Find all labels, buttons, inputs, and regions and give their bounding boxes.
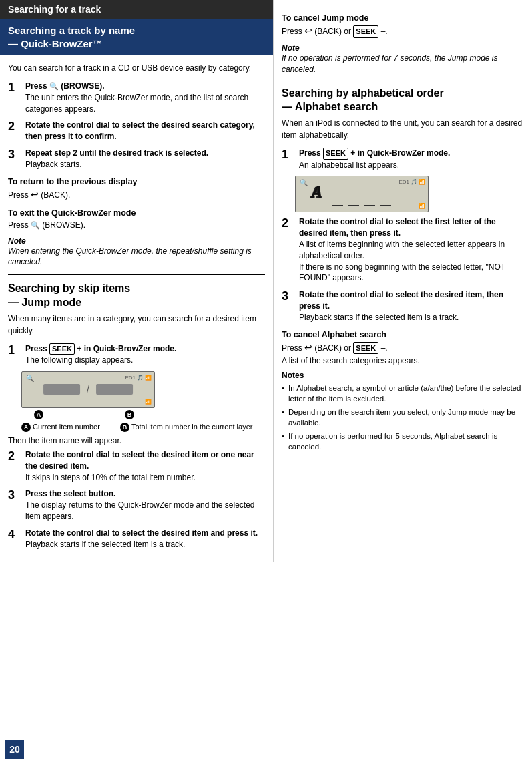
alpha-step-3: 3 Rotate the control dial to select the …: [282, 289, 524, 323]
notes-list: In Alphabet search, a symbol or article …: [282, 383, 524, 453]
return-title: To return to the previous display: [8, 177, 265, 186]
step-2: 2 Rotate the control dial to select the …: [8, 120, 265, 142]
label-a-circle: A: [34, 410, 43, 419]
sub-header: Searching a track by name— Quick-BrowZer…: [0, 19, 273, 55]
label-b-circle: B: [125, 410, 134, 419]
note-item-1: In Alphabet search, a symbol or article …: [282, 383, 524, 404]
alpha-display-bottom-right: 📶: [419, 203, 425, 209]
alpha-step-1: 1 Press SEEK + in Quick-BrowZer mode. An…: [282, 148, 524, 170]
step-1: 1 Press 🔍 (BROWSE). The unit enters the …: [8, 81, 265, 114]
seek-box-cancel: SEEK: [353, 342, 378, 355]
display-top-right: ED1🎵📶: [125, 375, 152, 381]
alpha-display: 🔍 ED1🎵📶 📶 ᴀ A: [295, 176, 429, 212]
return-body: Press ↩ (BACK).: [8, 188, 265, 202]
jump-step-2: 2 Rotate the control dial to select the …: [8, 449, 265, 483]
seek-box-right: SEEK: [353, 25, 378, 38]
jump-cancel-body: Press ↩ (BACK) or SEEK –.: [282, 24, 524, 38]
alpha-cancel-title: To cancel Alphabet search: [282, 330, 524, 339]
exit-body: Press 🔍 (BROWSE).: [8, 219, 265, 231]
note-item-2: Depending on the search item you select,…: [282, 407, 524, 428]
jump-step-1: 1 Press SEEK + in Quick-BrowZer mode. Th…: [8, 343, 265, 366]
header-title: Searching for a track: [8, 4, 101, 15]
jump-step-3: 3 Press the select button. The display r…: [8, 488, 265, 522]
display-labels: A Current item number B Total item numbe…: [21, 423, 265, 432]
alpha-notes: Notes In Alphabet search, a symbol or ar…: [282, 371, 524, 453]
label-b: B: [120, 423, 129, 432]
alpha-intro: When an iPod is connected to the unit, y…: [282, 117, 524, 141]
section2-intro: When many items are in a category, you c…: [8, 313, 265, 337]
step-3: 3 Repeat step 2 until the desired track …: [8, 148, 265, 170]
page-number: 20: [5, 740, 24, 759]
jump-display: 🔍 ED1🎵📶 📶 / A B: [21, 371, 155, 408]
alpha-step-2: 2 Rotate the control dial to select the …: [282, 216, 524, 284]
alpha-section-heading: Searching by alphabetical order— Alphabe…: [282, 87, 524, 115]
jump-cancel-title: To cancel Jump mode: [282, 13, 524, 23]
note-item-3: If no operation is performed for 5 secon…: [282, 431, 524, 452]
main-header: Searching for a track: [0, 0, 273, 19]
right-column: To cancel Jump mode Press ↩ (BACK) or SE…: [274, 0, 532, 764]
divider-1: [8, 274, 265, 275]
right-divider: [282, 81, 524, 81]
section2-heading: Searching by skip items— Jump mode: [8, 282, 265, 310]
display-search-icon: 🔍: [26, 375, 34, 382]
alpha-cancel-body: Press ↩ (BACK) or SEEK –.A list of the s…: [282, 341, 524, 367]
then-text: Then the item name will appear.: [8, 436, 265, 445]
exit-title: To exit the Quick-BrowZer mode: [8, 208, 265, 218]
intro-text: You can search for a track in a CD or US…: [8, 62, 265, 74]
label-a: A: [21, 423, 31, 432]
display-bottom-right: 📶: [145, 399, 152, 405]
alpha-display-top-right: ED1🎵📶: [398, 179, 425, 185]
jump-step-4: 4 Rotate the control dial to select the …: [8, 528, 265, 550]
seek-box: SEEK: [49, 343, 75, 355]
right-note-section: Note If no operation is performed for 7 …: [282, 43, 524, 75]
alpha-search-icon: 🔍: [300, 179, 308, 186]
sub-header-title: Searching a track by name— Quick-BrowZer…: [8, 25, 135, 49]
note-section: Note When entering the Quick-BrowZer mod…: [8, 236, 265, 268]
seek-box-alpha: SEEK: [323, 148, 348, 159]
